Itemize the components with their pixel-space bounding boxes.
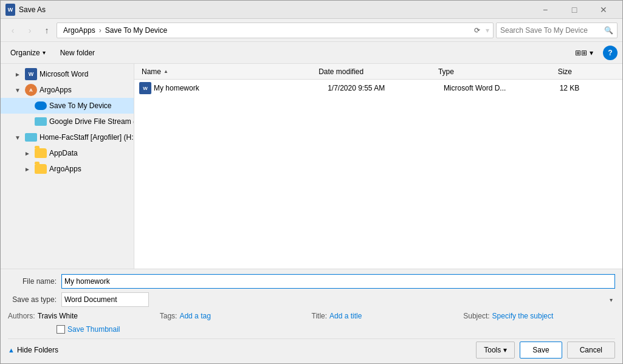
save-button[interactable]: Save	[520, 342, 562, 359]
new-folder-button[interactable]: New folder	[55, 45, 100, 61]
breadcrumb-separator: ›	[99, 26, 102, 35]
title-item: Title: Add a title	[312, 312, 464, 320]
word-icon: W	[25, 68, 37, 80]
main-content: ► W Microsoft Word ▼ A ArgoApps ►	[1, 64, 622, 269]
sidebar-item-microsoft-word[interactable]: ► W Microsoft Word	[1, 66, 134, 82]
word-icon: W	[5, 4, 15, 16]
tags-value[interactable]: Add a tag	[179, 312, 210, 320]
table-row[interactable]: W My homework 1/7/2020 9:55 AM Microsoft…	[134, 80, 622, 97]
sidebar-item-google-drive[interactable]: ► Google Drive File Stream (G:)	[1, 114, 134, 129]
column-header-size[interactable]: Size	[556, 64, 618, 79]
meta-row: Authors: Travis White Tags: Add a tag Ti…	[8, 312, 615, 320]
filetype-row: Save as type: Word Document Word 97-2003…	[8, 292, 615, 307]
search-box[interactable]: 🔍	[496, 22, 618, 38]
breadcrumb-argoapps[interactable]: ArgoApps	[61, 25, 98, 36]
folder-icon	[35, 163, 47, 175]
search-input[interactable]	[500, 26, 602, 35]
expand-icon: ►	[13, 69, 22, 79]
action-row: ▲ Hide Folders Tools ▾ Save Cancel	[8, 338, 615, 359]
thumbnail-checkbox[interactable]	[57, 325, 65, 334]
back-button[interactable]: ‹	[5, 23, 20, 38]
sidebar: ► W Microsoft Word ▼ A ArgoApps ►	[1, 64, 134, 269]
thumbnail-row: Save Thumbnail	[57, 325, 615, 334]
title-label: Title:	[312, 312, 328, 320]
filetype-wrapper: Word Document Word 97-2003 Document PDF …	[61, 292, 615, 307]
organize-button[interactable]: Organize ▾	[5, 45, 50, 61]
sidebar-item-label: ArgoApps	[49, 165, 134, 173]
file-list: Name ▲ Date modified Type Size W	[134, 64, 622, 269]
address-bar[interactable]: ArgoApps › Save To My Device ⟳ ▾	[57, 22, 494, 38]
saveastype-label: Save as type:	[8, 295, 57, 304]
file-list-header: Name ▲ Date modified Type Size	[134, 64, 622, 80]
view-toggle-button[interactable]: ⊞⊞ ▾	[570, 45, 598, 61]
authors-value[interactable]: Travis White	[38, 312, 78, 320]
column-header-date[interactable]: Date modified	[316, 64, 436, 79]
sidebar-item-save-to-device[interactable]: ► Save To My Device	[1, 98, 134, 114]
argo-icon: A	[25, 84, 37, 96]
dialog-title: Save As	[19, 5, 531, 14]
filetype-select[interactable]: Word Document Word 97-2003 Document PDF …	[61, 292, 149, 307]
help-button[interactable]: ?	[603, 46, 618, 60]
sidebar-item-appdata[interactable]: ► AppData	[1, 145, 134, 161]
column-header-name[interactable]: Name ▲	[139, 64, 316, 79]
file-date: 1/7/2020 9:55 AM	[328, 84, 444, 92]
expand-icon: ▼	[13, 85, 22, 95]
tags-item: Tags: Add a tag	[160, 312, 312, 320]
sort-arrow-icon: ▲	[163, 69, 168, 74]
title-bar: W Save As − □ ✕	[1, 1, 622, 19]
sidebar-item-label: Home-FacStaff [Argofiler] (H:	[40, 133, 134, 142]
tools-dropdown-arrow: ▾	[503, 346, 507, 354]
sidebar-item-label: Save To My Device	[49, 101, 134, 110]
action-bar: Organize ▾ New folder ⊞⊞ ▾ ?	[1, 42, 622, 64]
hide-folders-arrow: ▲	[8, 346, 15, 354]
title-value[interactable]: Add a title	[329, 312, 362, 320]
maximize-button[interactable]: □	[560, 1, 588, 19]
breadcrumb-save-to-device[interactable]: Save To My Device	[103, 25, 170, 36]
tags-label: Tags:	[160, 312, 177, 320]
close-button[interactable]: ✕	[590, 1, 618, 19]
file-size: 12 KB	[560, 84, 618, 92]
filename-input[interactable]	[61, 274, 615, 289]
subject-label: Subject:	[463, 312, 489, 320]
onedrive-icon	[35, 100, 47, 112]
filename-row: File name:	[8, 274, 615, 289]
save-as-dialog: W Save As − □ ✕ ‹ › ↑ ArgoApps › Save To…	[0, 0, 623, 364]
expand-icon: ►	[22, 164, 32, 174]
sidebar-item-argoapps[interactable]: ▼ A ArgoApps	[1, 82, 134, 98]
sidebar-item-label: Microsoft Word	[40, 70, 134, 78]
expand-icon: ►	[22, 148, 32, 158]
filetype-dropdown-arrow: ▾	[610, 297, 613, 303]
window-controls: − □ ✕	[531, 1, 618, 19]
sidebar-item-label: AppData	[49, 149, 134, 157]
view-dropdown-arrow: ▾	[590, 49, 593, 57]
dialog-actions: Tools ▾ Save Cancel	[476, 342, 615, 359]
forward-button[interactable]: ›	[22, 23, 37, 38]
hide-folders-button[interactable]: Hide Folders	[17, 346, 58, 354]
thumbnail-label[interactable]: Save Thumbnail	[67, 325, 120, 334]
column-header-type[interactable]: Type	[436, 64, 556, 79]
breadcrumb: ArgoApps › Save To My Device	[61, 25, 469, 36]
sidebar-item-label: Google Drive File Stream (G:)	[49, 117, 134, 126]
sidebar-item-argoapps2[interactable]: ► ArgoApps	[1, 161, 134, 177]
sidebar-item-label: ArgoApps	[40, 86, 134, 94]
refresh-button[interactable]: ⟳	[471, 24, 483, 36]
filename-label: File name:	[8, 277, 57, 286]
tools-button[interactable]: Tools ▾	[476, 342, 515, 359]
cancel-button[interactable]: Cancel	[567, 342, 615, 359]
search-icon: 🔍	[604, 26, 613, 35]
drive-icon	[25, 131, 37, 143]
authors-item: Authors: Travis White	[8, 312, 160, 320]
file-word-icon: W	[139, 82, 151, 94]
subject-item: Subject: Specify the subject	[463, 312, 615, 320]
drive-icon	[35, 115, 47, 128]
organize-dropdown-arrow: ▾	[43, 49, 46, 56]
authors-label: Authors:	[8, 312, 35, 320]
sidebar-item-home-facstaff[interactable]: ▼ Home-FacStaff [Argofiler] (H:	[1, 129, 134, 145]
up-button[interactable]: ↑	[40, 23, 54, 38]
bottom-bar: File name: Save as type: Word Document W…	[1, 269, 622, 363]
subject-value[interactable]: Specify the subject	[492, 312, 554, 320]
dialog-icon: W	[5, 5, 15, 15]
folder-icon	[35, 147, 47, 159]
file-list-content: W My homework 1/7/2020 9:55 AM Microsoft…	[134, 80, 622, 269]
minimize-button[interactable]: −	[531, 1, 559, 19]
